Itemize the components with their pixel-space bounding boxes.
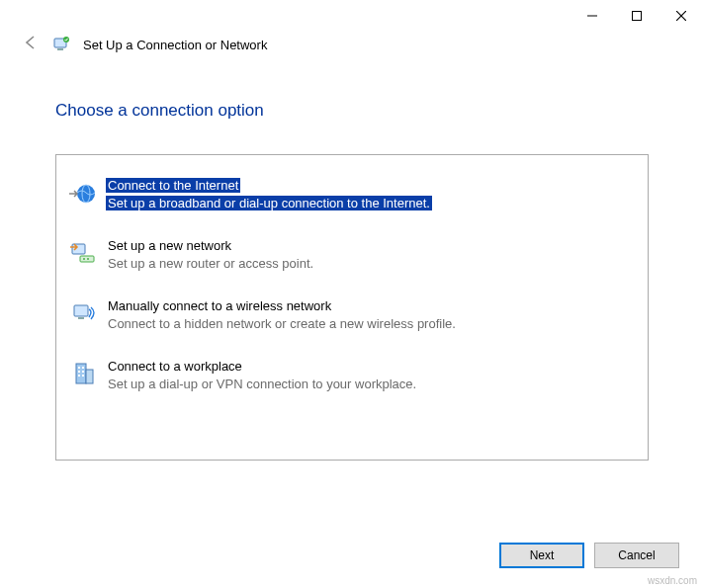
wizard-footer: Next Cancel [499, 543, 679, 568]
svg-rect-21 [78, 375, 80, 377]
minimize-button[interactable] [570, 2, 614, 30]
globe-icon [66, 177, 100, 210]
option-title: Set up a new network [106, 238, 233, 253]
back-arrow-icon[interactable] [22, 34, 40, 55]
svg-rect-19 [78, 371, 80, 373]
options-panel: Connect to the Internet Set up a broadba… [55, 154, 649, 461]
svg-rect-1 [632, 12, 641, 21]
option-manual-wireless[interactable]: Manually connect to a wireless network C… [64, 294, 640, 336]
svg-point-12 [87, 258, 89, 260]
option-connect-to-internet[interactable]: Connect to the Internet Set up a broadba… [64, 173, 640, 215]
svg-rect-22 [82, 375, 84, 377]
router-icon [66, 237, 100, 271]
option-desc: Set up a dial-up or VPN connection to yo… [106, 377, 418, 391]
watermark: wsxdn.com [648, 575, 697, 586]
svg-rect-5 [57, 48, 63, 50]
option-title: Manually connect to a wireless network [106, 298, 333, 313]
option-title: Connect to a workplace [106, 359, 244, 374]
wizard-header: Set Up a Connection or Network [0, 30, 703, 65]
svg-rect-14 [78, 317, 84, 319]
building-icon [66, 358, 100, 391]
titlebar [0, 0, 703, 30]
svg-point-7 [77, 185, 95, 203]
option-set-up-new-network[interactable]: Set up a new network Set up a new router… [64, 233, 640, 276]
option-desc: Set up a new router or access point. [106, 256, 315, 271]
wireless-icon [66, 297, 100, 331]
svg-point-11 [83, 258, 85, 260]
svg-point-6 [63, 37, 69, 42]
svg-rect-13 [74, 305, 88, 316]
cancel-button[interactable]: Cancel [594, 543, 679, 568]
svg-rect-17 [78, 367, 80, 369]
svg-rect-18 [82, 367, 84, 369]
svg-rect-15 [76, 364, 86, 383]
svg-rect-16 [86, 370, 93, 383]
option-desc: Connect to a hidden network or create a … [106, 316, 458, 331]
option-desc: Set up a broadband or dial-up connection… [106, 196, 432, 210]
option-title: Connect to the Internet [106, 178, 240, 193]
wizard-body: Choose a connection option Connect to th… [0, 65, 703, 461]
window-title: Set Up a Connection or Network [83, 38, 267, 52]
close-button[interactable] [659, 2, 703, 30]
next-button[interactable]: Next [499, 543, 584, 568]
network-wizard-icon [51, 35, 71, 54]
svg-rect-20 [82, 371, 84, 373]
instruction-heading: Choose a connection option [55, 101, 663, 121]
option-connect-workplace[interactable]: Connect to a workplace Set up a dial-up … [64, 354, 640, 396]
maximize-button[interactable] [614, 2, 659, 30]
